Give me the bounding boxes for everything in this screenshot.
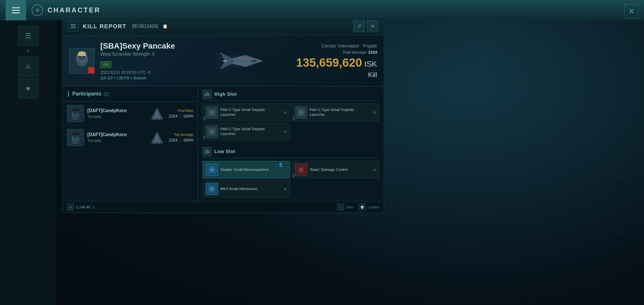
modal-body: Participants [1]: [62, 86, 384, 201]
svg-rect-28: [156, 118, 158, 120]
main-close-button[interactable]: ✕: [624, 4, 638, 18]
svg-point-24: [73, 112, 75, 113]
high-slot-section: High Slot 1 Pithi C-Type Sma: [198, 86, 384, 144]
slot-item: MK3 Small Afterburner ✕: [203, 180, 290, 198]
slot-item: 1 Pithi C-Type Small Torpedo Launcher ✕: [292, 104, 379, 121]
participant-1-ship: Tornado: [87, 114, 145, 119]
slot-item-name: Pithi C-Type Small Torpedo Launcher: [220, 127, 281, 136]
slot-item-name-3: MK3 Small Afterburner: [220, 187, 281, 191]
sidebar-item-combat[interactable]: ⚔: [18, 56, 38, 76]
slot-item-name-2: 'Basic' Damage Control: [310, 167, 370, 172]
character-icon: ⊕: [32, 5, 43, 16]
hamburger-icon: ☰: [25, 32, 31, 40]
svg-point-15: [251, 59, 257, 63]
footer-stat-icon: ⚙: [67, 204, 74, 210]
star-icon: ★: [25, 84, 31, 92]
svg-point-6: [79, 56, 81, 57]
stat-type-final: Final Blow: [169, 109, 193, 113]
participants-panel: Participants [1]: [62, 86, 198, 201]
high-slot-header: High Slot: [203, 90, 379, 101]
svg-rect-33: [72, 133, 79, 136]
participant-2-ship: Tornado: [87, 138, 145, 143]
kill-report-modal: KILL REPORT [ID:6511626] 📋 ↗ ✕: [62, 17, 384, 213]
svg-rect-5: [78, 53, 86, 56]
sidebar-item-menu[interactable]: ☰: [18, 26, 38, 46]
high-slot-icon: [203, 90, 212, 99]
isk-value: 135,659,620: [296, 57, 362, 69]
svg-point-50: [211, 130, 213, 133]
participant-2-face: [67, 129, 84, 146]
kill-banner: − [SBA]Sexy Pancake Warp Scramble Streng…: [62, 36, 384, 86]
modal-menu-button[interactable]: [68, 21, 78, 31]
sidebar-item-star[interactable]: ★: [18, 79, 38, 98]
participant-row[interactable]: [DAFT]CandyKorn Tornado Final Blow 2324 …: [62, 102, 198, 126]
slot-item: 1 'Basic' Damage Control ✕: [292, 161, 379, 178]
low-slot-icon: [203, 147, 212, 156]
participant-2-avatar: [67, 129, 84, 146]
slot-item-close[interactable]: ✕: [283, 110, 287, 115]
export-button[interactable]: ↗: [353, 21, 365, 32]
kill-stats: Condor Interceptor Frigate Total damage:…: [288, 36, 384, 86]
ship-class: Condor Interceptor Frigate: [295, 43, 377, 49]
footer-losses-label: 💀 Losses: [359, 204, 379, 210]
svg-point-66: [211, 188, 212, 189]
slot-item-close[interactable]: ✕: [373, 110, 376, 115]
kill-tag: Kill: [100, 61, 111, 68]
modal-id: [ID:6511626]: [132, 24, 158, 29]
kills-label: Kills: [346, 205, 353, 209]
stat-values-2: 2324 | 100%: [169, 138, 193, 142]
slot-item-icon: [206, 125, 218, 138]
copy-icon[interactable]: 📋: [163, 24, 167, 29]
close-icon: ✕: [371, 23, 375, 29]
svg-point-25: [76, 112, 77, 113]
footer-kills-label: ⚔ Kills: [337, 204, 353, 210]
svg-rect-38: [156, 142, 158, 144]
slot-item: 1 Pithi C-Type Small Torpedo Launcher ✕: [203, 104, 290, 121]
participant-1-info: [DAFT]CandyKorn Tornado: [87, 108, 145, 119]
participant-1-weapon: [149, 105, 166, 122]
kill-result: Kill: [295, 71, 377, 79]
participants-count: [1]: [104, 91, 109, 97]
stat-values-1: 2324 | 100%: [169, 114, 193, 118]
modal-close-button[interactable]: ✕: [367, 21, 378, 32]
participant-1-avatar: [67, 105, 84, 122]
bg-right-3: ated: [617, 232, 627, 236]
slot-equip-icon[interactable]: 👤: [278, 162, 283, 167]
cross-swords-icon: ⚔: [25, 62, 31, 70]
low-slot-title: Low Slot: [214, 149, 236, 154]
slot-item-close[interactable]: ✕: [283, 186, 287, 192]
low-slot-header: Low Slot: [203, 147, 379, 158]
stat-type-top: Top Damage: [169, 133, 193, 137]
isk-label: ISK: [364, 60, 377, 69]
slot-item-icon: [206, 106, 218, 119]
participant-2-info: [DAFT]CandyKorn Tornado: [87, 132, 145, 143]
participant-2-weapon: [149, 129, 166, 146]
sidebar: ☰ B ⚔ ★: [0, 20, 56, 305]
losses-label: Losses: [368, 205, 379, 209]
slots-panel: High Slot 1 Pithi C-Type Sma: [198, 86, 384, 201]
slot-item: 1 Pithi C-Type Small Torpedo Launcher ✕: [203, 123, 290, 140]
high-slot-items: 1 Pithi C-Type Small Torpedo Launcher ✕: [203, 104, 379, 140]
hamburger-menu-button[interactable]: [6, 0, 26, 20]
header-bar: [68, 91, 69, 97]
svg-point-57: [211, 169, 212, 170]
modal-footer: ⚙ 2,745.40 1 ⚔ Kills 💀 Losses: [62, 201, 384, 213]
victim-avatar: −: [69, 48, 95, 74]
bg-right-1: able: [617, 113, 627, 117]
slot-item-icon-3: [206, 183, 218, 195]
slot-item-close[interactable]: ✕: [373, 167, 376, 173]
slot-item-name-active: 'Dealer' Small Microwarpdrive: [220, 167, 287, 172]
svg-point-7: [83, 56, 85, 57]
participant-row[interactable]: [DAFT]CandyKorn Tornado Top Damage 2324 …: [62, 126, 198, 150]
slot-item-icon-active: [206, 164, 218, 176]
low-slot-items: 'Dealer' Small Microwarpdrive 👤: [203, 161, 379, 198]
low-slot-section: Low Slot 'Dealer' Small: [198, 144, 384, 201]
slot-item-icon: [295, 106, 307, 119]
footer-value: 2,745.40: [76, 205, 90, 209]
high-slot-title: High Slot: [214, 92, 237, 97]
footer-count: 1: [93, 205, 95, 209]
slot-item-close[interactable]: ✕: [283, 129, 287, 134]
slot-item-name: Pithi C-Type Small Torpedo Launcher: [310, 108, 370, 117]
svg-point-12: [223, 60, 227, 62]
svg-point-44: [211, 111, 213, 114]
